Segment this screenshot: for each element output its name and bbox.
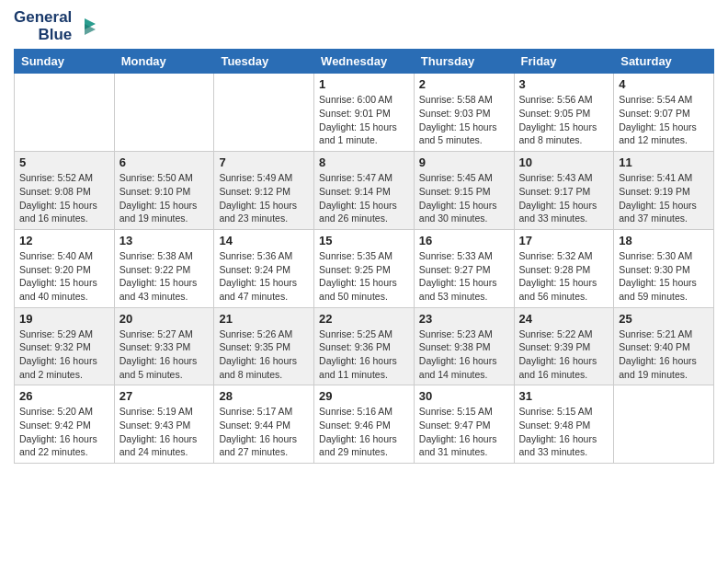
day-number: 26 (19, 389, 109, 403)
day-info: Sunrise: 5:41 AM Sunset: 9:19 PM Dayligh… (619, 171, 709, 225)
day-info: Sunrise: 5:45 AM Sunset: 9:15 PM Dayligh… (419, 171, 509, 225)
day-number: 8 (319, 155, 409, 169)
calendar-week-row: 26Sunrise: 5:20 AM Sunset: 9:42 PM Dayli… (15, 385, 714, 464)
day-info: Sunrise: 5:40 AM Sunset: 9:20 PM Dayligh… (19, 249, 109, 304)
day-info: Sunrise: 5:21 AM Sunset: 9:40 PM Dayligh… (619, 327, 709, 382)
calendar-cell: 21Sunrise: 5:26 AM Sunset: 9:35 PM Dayli… (214, 307, 314, 385)
weekday-header-thursday: Thursday (414, 50, 514, 74)
calendar-cell: 20Sunrise: 5:27 AM Sunset: 9:33 PM Dayli… (114, 307, 214, 385)
calendar-cell: 3Sunrise: 5:56 AM Sunset: 9:05 PM Daylig… (514, 74, 614, 152)
day-info: Sunrise: 5:29 AM Sunset: 9:32 PM Dayligh… (19, 327, 109, 382)
day-info: Sunrise: 5:54 AM Sunset: 9:07 PM Dayligh… (619, 93, 709, 147)
calendar-cell: 27Sunrise: 5:19 AM Sunset: 9:43 PM Dayli… (114, 385, 214, 464)
day-number: 2 (419, 77, 509, 91)
day-info: Sunrise: 5:20 AM Sunset: 9:42 PM Dayligh… (19, 405, 109, 459)
calendar-cell: 5Sunrise: 5:52 AM Sunset: 9:08 PM Daylig… (15, 152, 115, 230)
day-info: Sunrise: 5:35 AM Sunset: 9:25 PM Dayligh… (319, 249, 409, 304)
calendar-cell: 10Sunrise: 5:43 AM Sunset: 9:17 PM Dayli… (514, 152, 614, 230)
calendar-week-row: 1Sunrise: 6:00 AM Sunset: 9:01 PM Daylig… (15, 74, 714, 152)
day-number: 9 (419, 155, 509, 169)
day-info: Sunrise: 5:30 AM Sunset: 9:30 PM Dayligh… (619, 249, 709, 304)
calendar-cell: 4Sunrise: 5:54 AM Sunset: 9:07 PM Daylig… (614, 74, 714, 152)
day-info: Sunrise: 5:15 AM Sunset: 9:48 PM Dayligh… (519, 405, 609, 459)
day-info: Sunrise: 5:32 AM Sunset: 9:28 PM Dayligh… (519, 249, 609, 304)
day-info: Sunrise: 5:16 AM Sunset: 9:46 PM Dayligh… (319, 405, 409, 459)
day-number: 21 (219, 312, 309, 326)
day-info: Sunrise: 5:22 AM Sunset: 9:39 PM Dayligh… (519, 327, 609, 382)
day-number: 6 (119, 155, 210, 169)
day-info: Sunrise: 5:52 AM Sunset: 9:08 PM Dayligh… (19, 171, 109, 225)
day-number: 10 (519, 155, 609, 169)
day-info: Sunrise: 5:58 AM Sunset: 9:03 PM Dayligh… (419, 93, 509, 147)
calendar-cell: 31Sunrise: 5:15 AM Sunset: 9:48 PM Dayli… (514, 385, 614, 464)
calendar-cell (214, 74, 314, 152)
day-number: 27 (119, 389, 210, 403)
day-info: Sunrise: 5:23 AM Sunset: 9:38 PM Dayligh… (419, 327, 509, 382)
day-number: 11 (619, 155, 709, 169)
calendar-cell: 25Sunrise: 5:21 AM Sunset: 9:40 PM Dayli… (614, 307, 714, 385)
calendar-cell: 15Sunrise: 5:35 AM Sunset: 9:25 PM Dayli… (314, 229, 415, 307)
calendar-cell: 2Sunrise: 5:58 AM Sunset: 9:03 PM Daylig… (414, 74, 514, 152)
calendar-cell: 16Sunrise: 5:33 AM Sunset: 9:27 PM Dayli… (414, 229, 514, 307)
day-number: 14 (219, 234, 309, 247)
day-number: 13 (119, 234, 210, 247)
calendar-cell: 17Sunrise: 5:32 AM Sunset: 9:28 PM Dayli… (514, 229, 614, 307)
day-number: 24 (519, 312, 609, 326)
day-number: 31 (519, 389, 609, 403)
day-info: Sunrise: 5:26 AM Sunset: 9:35 PM Dayligh… (219, 327, 309, 382)
day-info: Sunrise: 5:49 AM Sunset: 9:12 PM Dayligh… (219, 171, 309, 225)
day-number: 17 (519, 234, 609, 247)
day-number: 25 (619, 312, 709, 326)
day-number: 12 (19, 234, 109, 247)
calendar-cell: 18Sunrise: 5:30 AM Sunset: 9:30 PM Dayli… (614, 229, 714, 307)
weekday-header-tuesday: Tuesday (214, 50, 314, 74)
calendar-cell: 6Sunrise: 5:50 AM Sunset: 9:10 PM Daylig… (114, 152, 214, 230)
day-number: 5 (19, 155, 109, 169)
day-info: Sunrise: 5:17 AM Sunset: 9:44 PM Dayligh… (219, 405, 309, 459)
header: General Blue (14, 9, 714, 43)
day-number: 3 (519, 77, 609, 91)
day-info: Sunrise: 5:36 AM Sunset: 9:24 PM Dayligh… (219, 249, 309, 304)
day-info: Sunrise: 5:38 AM Sunset: 9:22 PM Dayligh… (119, 249, 210, 304)
day-number: 18 (619, 234, 709, 247)
day-info: Sunrise: 5:47 AM Sunset: 9:14 PM Dayligh… (319, 171, 409, 225)
calendar-cell: 26Sunrise: 5:20 AM Sunset: 9:42 PM Dayli… (15, 385, 115, 464)
day-info: Sunrise: 5:33 AM Sunset: 9:27 PM Dayligh… (419, 249, 509, 304)
day-number: 7 (219, 155, 309, 169)
calendar-cell: 14Sunrise: 5:36 AM Sunset: 9:24 PM Dayli… (214, 229, 314, 307)
day-info: Sunrise: 5:50 AM Sunset: 9:10 PM Dayligh… (119, 171, 210, 225)
calendar-cell: 13Sunrise: 5:38 AM Sunset: 9:22 PM Dayli… (114, 229, 214, 307)
day-info: Sunrise: 5:43 AM Sunset: 9:17 PM Dayligh… (519, 171, 609, 225)
day-number: 4 (619, 77, 709, 91)
calendar-cell (15, 74, 115, 152)
day-info: Sunrise: 5:15 AM Sunset: 9:47 PM Dayligh… (419, 405, 509, 459)
weekday-header-monday: Monday (114, 50, 214, 74)
day-info: Sunrise: 6:00 AM Sunset: 9:01 PM Dayligh… (319, 93, 409, 147)
calendar-week-row: 12Sunrise: 5:40 AM Sunset: 9:20 PM Dayli… (15, 229, 714, 307)
day-number: 20 (119, 312, 210, 326)
day-number: 22 (319, 312, 409, 326)
calendar-cell: 19Sunrise: 5:29 AM Sunset: 9:32 PM Dayli… (15, 307, 115, 385)
weekday-header-sunday: Sunday (15, 50, 115, 74)
calendar-cell: 9Sunrise: 5:45 AM Sunset: 9:15 PM Daylig… (414, 152, 514, 230)
day-number: 15 (319, 234, 409, 247)
day-number: 28 (219, 389, 309, 403)
calendar-cell: 11Sunrise: 5:41 AM Sunset: 9:19 PM Dayli… (614, 152, 714, 230)
page-container: General Blue SundayMondayTuesdayWednesda… (0, 0, 728, 473)
logo-text: General Blue (14, 9, 96, 43)
calendar-cell: 22Sunrise: 5:25 AM Sunset: 9:36 PM Dayli… (314, 307, 415, 385)
day-number: 1 (319, 77, 409, 91)
calendar-cell: 12Sunrise: 5:40 AM Sunset: 9:20 PM Dayli… (15, 229, 115, 307)
day-info: Sunrise: 5:25 AM Sunset: 9:36 PM Dayligh… (319, 327, 409, 382)
calendar-cell: 8Sunrise: 5:47 AM Sunset: 9:14 PM Daylig… (314, 152, 415, 230)
calendar-table: SundayMondayTuesdayWednesdayThursdayFrid… (14, 49, 714, 464)
day-number: 16 (419, 234, 509, 247)
calendar-cell: 28Sunrise: 5:17 AM Sunset: 9:44 PM Dayli… (214, 385, 314, 464)
weekday-header-row: SundayMondayTuesdayWednesdayThursdayFrid… (15, 50, 714, 74)
calendar-cell: 30Sunrise: 5:15 AM Sunset: 9:47 PM Dayli… (414, 385, 514, 464)
day-number: 23 (419, 312, 509, 326)
calendar-cell (614, 385, 714, 464)
day-info: Sunrise: 5:27 AM Sunset: 9:33 PM Dayligh… (119, 327, 210, 382)
day-number: 29 (319, 389, 409, 403)
weekday-header-saturday: Saturday (614, 50, 714, 74)
